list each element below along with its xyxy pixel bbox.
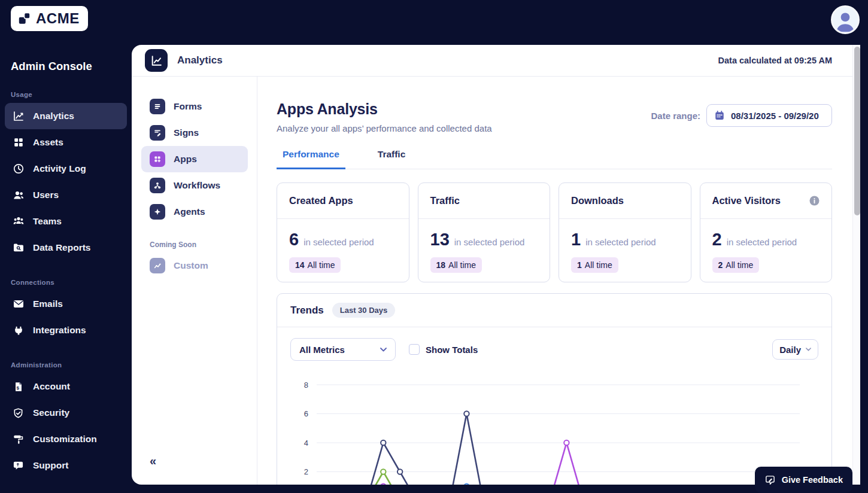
all-time-badge: 2 All time	[712, 257, 760, 273]
sidebar-item-security[interactable]: Security	[5, 400, 127, 426]
sidebar-item-label: Assets	[33, 137, 63, 148]
all-time-value: 1	[577, 260, 582, 270]
chat-edit-icon	[764, 474, 776, 486]
trends-title: Trends	[290, 305, 324, 317]
svg-text:$: $	[16, 385, 19, 390]
users-icon	[12, 189, 25, 202]
sidebar-item-label: Data Reports	[33, 242, 90, 253]
stat-value: 13	[430, 230, 450, 249]
module-nav-label: Apps	[174, 154, 197, 165]
all-time-badge: 14 All time	[289, 257, 341, 273]
stat-card-title: Downloads	[571, 195, 624, 206]
sidebar-item-teams[interactable]: Teams	[5, 208, 127, 235]
page-title: Apps Analysis	[277, 101, 492, 118]
stat-period-label: in selected period	[727, 237, 797, 247]
stat-card-title: Active Visitors	[712, 195, 781, 206]
section-label-usage: Usage	[11, 91, 132, 98]
coming-soon-label: Coming Soon	[150, 241, 257, 249]
acme-logo[interactable]: ACME	[11, 6, 88, 31]
user-avatar[interactable]	[831, 5, 860, 34]
sidebar-item-label: Security	[33, 407, 69, 418]
shield-check-icon	[12, 407, 25, 419]
show-totals-checkbox[interactable]	[409, 344, 420, 355]
trends-period-badge: Last 30 Days	[332, 303, 396, 318]
sidebar-item-label: Users	[33, 190, 59, 200]
stat-value: 2	[712, 230, 722, 249]
module-title: Analytics	[177, 54, 223, 66]
section-label-connections: Connections	[11, 279, 132, 286]
sidebar-item-support[interactable]: Support	[5, 452, 127, 479]
all-time-badge: 18 All time	[430, 257, 482, 273]
tab-traffic[interactable]: Traffic	[372, 149, 412, 169]
plug-icon	[12, 324, 25, 337]
all-time-label: All time	[726, 260, 753, 270]
stat-card-title: Created Apps	[289, 195, 353, 206]
interval-dropdown[interactable]: Daily	[772, 339, 818, 360]
module-nav-item-apps[interactable]: Apps	[141, 146, 248, 172]
module-nav-item-workflows[interactable]: Workflows	[141, 172, 248, 199]
all-time-value: 18	[436, 260, 446, 270]
module-nav-label: Agents	[174, 206, 205, 217]
sidebar-item-label: Support	[33, 460, 68, 471]
stat-value: 6	[289, 230, 299, 249]
module-nav-item-custom[interactable]: Custom	[141, 252, 248, 279]
metrics-dropdown[interactable]: All Metrics	[290, 338, 396, 361]
give-feedback-button[interactable]: Give Feedback	[755, 467, 852, 493]
module-nav-label: Signs	[174, 127, 199, 138]
stat-period-label: in selected period	[304, 237, 374, 247]
sidebar-title: Admin Console	[11, 60, 132, 73]
svg-text:4: 4	[304, 439, 308, 448]
analytics-icon	[12, 110, 25, 123]
date-range-input[interactable]: 08/31/2025 - 09/29/20	[706, 104, 832, 127]
sidebar-item-emails[interactable]: Emails	[5, 291, 127, 317]
module-nav-label: Workflows	[174, 180, 220, 191]
stat-card-title: Traffic	[430, 195, 460, 206]
all-time-value: 14	[295, 260, 305, 270]
module-nav-item-forms[interactable]: Forms	[141, 93, 248, 120]
sidebar-item-label: Activity Log	[33, 163, 86, 174]
stat-cards-row: Created Apps 6 in selected period 14 All…	[277, 182, 832, 282]
sidebar-item-users[interactable]: Users	[5, 182, 127, 208]
stat-card-traffic: Traffic 13 in selected period 18 All tim…	[418, 182, 551, 282]
sidebar-collapse-button[interactable]: «	[150, 454, 156, 468]
info-icon[interactable]	[809, 196, 820, 206]
sidebar-item-label: Analytics	[33, 111, 74, 121]
trends-card: Trends Last 30 Days All Metrics Show Tot…	[277, 293, 832, 485]
folder-search-icon	[12, 242, 25, 254]
custom-chart-icon	[150, 258, 165, 273]
main-sidebar: Admin Console Usage Analytics Assets Act…	[0, 45, 132, 493]
tab-performance[interactable]: Performance	[277, 149, 345, 169]
give-feedback-label: Give Feedback	[782, 475, 843, 485]
person-icon	[833, 8, 858, 32]
apps-grid-plus-icon	[150, 151, 165, 167]
sidebar-item-customization[interactable]: Customization	[5, 426, 127, 452]
svg-text:6: 6	[304, 409, 308, 418]
sidebar-item-label: Emails	[33, 299, 63, 309]
module-nav-item-signs[interactable]: Signs	[141, 120, 248, 146]
sidebar-item-integrations[interactable]: Integrations	[5, 317, 127, 343]
date-range-value: 08/31/2025 - 09/29/20	[731, 111, 819, 121]
svg-text:2: 2	[304, 467, 308, 476]
chevron-down-icon	[380, 348, 387, 352]
calendar-icon	[714, 110, 725, 121]
line-chart: 2468	[277, 370, 833, 485]
sidebar-item-label: Teams	[33, 216, 62, 227]
data-calculated-status: Data calculated at 09:25 AM	[718, 56, 832, 65]
stat-card-downloads: Downloads 1 in selected period 1 All tim…	[559, 182, 691, 282]
acme-logo-icon	[17, 11, 32, 26]
module-nav-item-agents[interactable]: Agents	[141, 199, 248, 225]
sidebar-item-data-reports[interactable]: Data Reports	[5, 235, 127, 261]
brand-name: ACME	[36, 10, 80, 27]
sidebar-item-activity-log[interactable]: Activity Log	[5, 156, 127, 182]
all-time-label: All time	[448, 260, 476, 270]
workflow-nodes-icon	[150, 178, 165, 193]
date-range-label: Date range:	[651, 111, 700, 121]
module-header: Analytics Data calculated at 09:25 AM	[132, 45, 852, 77]
sidebar-item-account[interactable]: $ Account	[5, 373, 127, 400]
sidebar-item-assets[interactable]: Assets	[5, 129, 127, 156]
teams-icon	[12, 215, 25, 228]
scrollbar-thumb[interactable]	[854, 47, 860, 215]
vertical-scrollbar[interactable]	[852, 45, 860, 485]
interval-dropdown-value: Daily	[779, 345, 801, 355]
sidebar-item-analytics[interactable]: Analytics	[5, 103, 127, 129]
